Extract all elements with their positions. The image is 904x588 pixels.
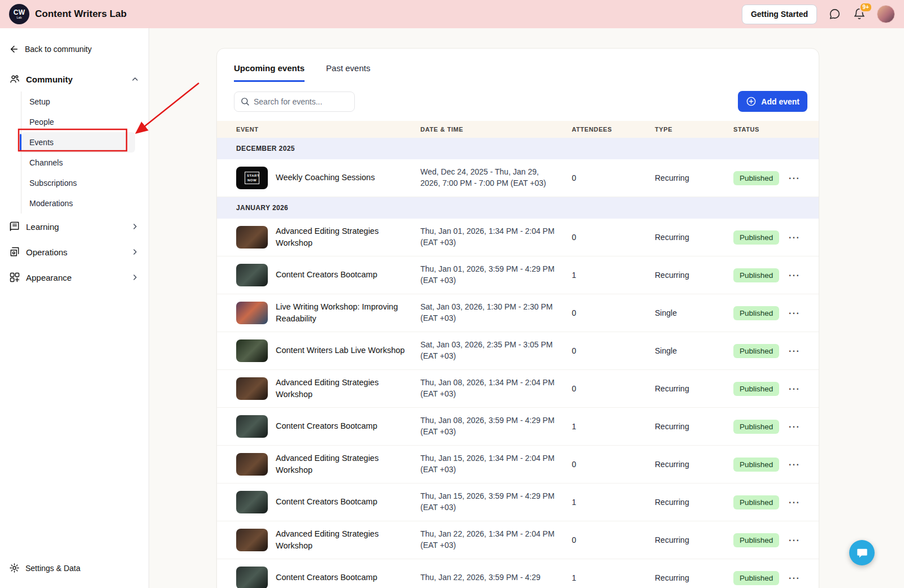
sidebar-item-events[interactable]: Events [21, 132, 135, 153]
table-row[interactable]: Advanced Editing Strategies Workshop Thu… [217, 219, 819, 256]
event-attendees: 0 [572, 346, 655, 355]
event-attendees: 0 [572, 173, 655, 182]
column-header-attendees: ATTENDEES [572, 126, 655, 133]
row-menu-button[interactable]: ⋯ [783, 232, 805, 243]
row-menu-button[interactable]: ⋯ [783, 459, 805, 470]
column-header-date-time: DATE & TIME [420, 126, 572, 133]
messages-icon[interactable] [827, 7, 842, 21]
event-thumbnail [236, 226, 268, 249]
event-title: Content Creators Bootcamp [276, 572, 377, 583]
community-subitems: SetupPeopleEventsChannelsSubscriptionsMo… [21, 92, 149, 214]
status-badge: Published [733, 495, 779, 509]
event-thumbnail [236, 302, 268, 324]
event-datetime: Sat, Jan 03, 2026, 2:35 PM - 3:05 PM (EA… [420, 339, 572, 361]
search-events-input[interactable] [234, 92, 355, 112]
event-type: Recurring [655, 384, 733, 393]
status-badge: Published [733, 382, 779, 396]
chat-widget-button[interactable] [849, 540, 875, 565]
event-attendees: 1 [572, 271, 655, 280]
event-datetime: Thu, Jan 01, 2026, 1:34 PM - 2:04 PM (EA… [420, 226, 572, 248]
event-datetime: Thu, Jan 01, 2026, 3:59 PM - 4:29 PM (EA… [420, 264, 572, 286]
month-section-label: JANUARY 2026 [236, 204, 288, 212]
event-title: Advanced Editing Strategies Workshop [276, 528, 410, 552]
events-panel: Upcoming events Past events Add event EV… [216, 48, 819, 588]
column-header-type: TYPE [655, 126, 733, 133]
settings-and-data-link[interactable]: Settings & Data [0, 551, 149, 588]
event-title: Content Creators Bootcamp [276, 496, 377, 508]
add-event-button[interactable]: Add event [738, 91, 807, 112]
sidebar-item-operations[interactable]: Operations [0, 239, 149, 264]
table-row[interactable]: Content Creators Bootcamp Thu, Jan 08, 2… [217, 408, 819, 446]
table-row[interactable]: START NOW Weekly Coaching Sessions Wed, … [217, 159, 819, 197]
month-section-label: DECEMBER 2025 [236, 145, 295, 153]
sidebar-item-moderations[interactable]: Moderations [21, 193, 135, 214]
event-title: Advanced Editing Strategies Workshop [276, 452, 410, 476]
event-type: Single [655, 308, 733, 317]
sidebar-item-operations-label: Operations [26, 247, 67, 257]
table-row[interactable]: Live Writing Workshop: Improving Readabi… [217, 294, 819, 332]
table-row[interactable]: Advanced Editing Strategies Workshop Thu… [217, 370, 819, 408]
event-datetime: Wed, Dec 24, 2025 - Thu, Jan 29, 2026, 7… [420, 167, 572, 189]
sidebar-subitem-label: Subscriptions [29, 178, 77, 188]
sidebar-item-appearance-label: Appearance [26, 273, 72, 282]
event-type: Recurring [655, 422, 733, 431]
event-attendees: 0 [572, 460, 655, 469]
user-avatar[interactable] [877, 5, 895, 23]
status-badge: Published [733, 420, 779, 434]
bell-icon[interactable]: 9+ [852, 7, 867, 21]
table-row[interactable]: Content Creators Bootcamp Thu, Jan 15, 2… [217, 484, 819, 521]
sidebar-item-setup[interactable]: Setup [21, 92, 135, 112]
sidebar-group-community[interactable]: Community [0, 68, 149, 90]
chevron-right-icon [131, 273, 140, 282]
event-datetime: Thu, Jan 15, 2026, 1:34 PM - 2:04 PM (EA… [420, 453, 572, 475]
thumbnail-label: START NOW [245, 172, 259, 184]
table-row[interactable]: Advanced Editing Strategies Workshop Thu… [217, 521, 819, 559]
sidebar-subitem-label: Setup [29, 97, 50, 106]
chevron-right-icon [131, 247, 140, 256]
sidebar-item-subscriptions[interactable]: Subscriptions [21, 173, 135, 193]
book-icon [9, 221, 20, 232]
back-to-community-link[interactable]: Back to community [0, 28, 149, 68]
tab-upcoming-events[interactable]: Upcoming events [234, 63, 305, 82]
row-menu-button[interactable]: ⋯ [783, 307, 805, 319]
table-header-row: EVENT DATE & TIME ATTENDEES TYPE STATUS [217, 121, 819, 138]
events-toolbar: Add event [217, 82, 819, 121]
plus-circle-icon [746, 96, 757, 107]
event-cell: Advanced Editing Strategies Workshop [236, 225, 420, 249]
event-cell: START NOW Weekly Coaching Sessions [236, 167, 420, 189]
event-cell: Content Creators Bootcamp [236, 415, 420, 438]
column-header-event: EVENT [236, 126, 420, 133]
table-row[interactable]: Content Creators Bootcamp Thu, Jan 22, 2… [217, 559, 819, 588]
event-cell: Content Creators Bootcamp [236, 264, 420, 286]
status-badge: Published [733, 458, 779, 472]
event-cell: Content Writers Lab Live Workshop [236, 339, 420, 362]
tab-past-events[interactable]: Past events [326, 63, 370, 82]
sidebar-item-people[interactable]: People [21, 112, 135, 132]
table-row[interactable]: Content Writers Lab Live Workshop Sat, J… [217, 332, 819, 370]
settings-and-data-label: Settings & Data [25, 564, 80, 573]
row-menu-button[interactable]: ⋯ [783, 421, 805, 432]
getting-started-button[interactable]: Getting Started [742, 5, 817, 24]
event-title: Content Creators Bootcamp [276, 420, 377, 432]
event-thumbnail [236, 491, 268, 513]
event-thumbnail [236, 529, 268, 551]
sidebar-group-community-label: Community [26, 75, 73, 84]
row-menu-button[interactable]: ⋯ [783, 345, 805, 356]
table-row[interactable]: Content Creators Bootcamp Thu, Jan 01, 2… [217, 256, 819, 294]
row-menu-button[interactable]: ⋯ [783, 172, 805, 184]
gear-icon [9, 563, 20, 573]
sidebar-subitem-label: Channels [29, 158, 63, 167]
sidebar-subitem-label: Moderations [29, 199, 73, 208]
row-menu-button[interactable]: ⋯ [783, 496, 805, 508]
sidebar-item-appearance[interactable]: Appearance [0, 265, 149, 290]
row-menu-button[interactable]: ⋯ [783, 269, 805, 281]
row-menu-button[interactable]: ⋯ [783, 572, 805, 583]
sidebar-item-learning[interactable]: Learning [0, 214, 149, 239]
row-menu-button[interactable]: ⋯ [783, 534, 805, 546]
table-row[interactable]: Advanced Editing Strategies Workshop Thu… [217, 446, 819, 484]
event-thumbnail [236, 415, 268, 438]
event-attendees: 1 [572, 498, 655, 507]
sidebar-item-channels[interactable]: Channels [21, 153, 135, 173]
row-menu-button[interactable]: ⋯ [783, 383, 805, 394]
event-type: Recurring [655, 535, 733, 545]
